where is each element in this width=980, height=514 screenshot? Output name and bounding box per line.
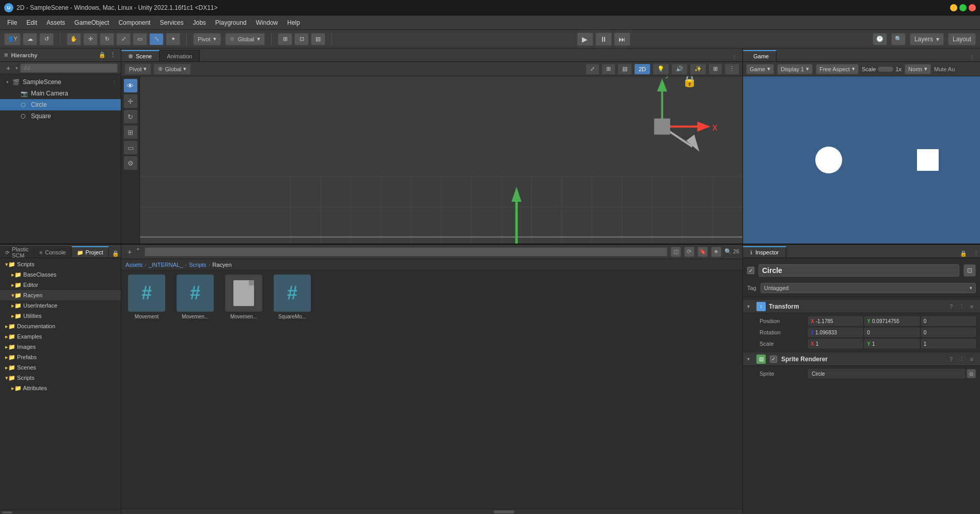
global-dropdown[interactable]: ⊕ Global ▾	[225, 33, 265, 45]
rect-tool[interactable]: ▭	[133, 33, 147, 45]
proj-refresh-btn[interactable]: ⟳	[684, 247, 694, 257]
rect-2d-btn[interactable]: ▭	[123, 140, 138, 155]
game-panel-menu[interactable]: ⋮	[968, 53, 976, 61]
position-x-field[interactable]: X -1.1785	[808, 316, 863, 326]
tab-game[interactable]: Game	[743, 50, 777, 61]
menu-jobs[interactable]: Jobs	[188, 18, 210, 28]
sprite-value-field[interactable]: Circle	[808, 369, 965, 378]
hierarchy-menu-btn[interactable]: ⋮	[108, 51, 117, 59]
file-tile-movement3[interactable]: Movemen...	[223, 275, 265, 319]
file-tile-movement[interactable]: # Movement	[125, 275, 168, 319]
menu-help[interactable]: Help	[283, 18, 304, 28]
breadcrumb-racyen[interactable]: Racyen	[212, 262, 231, 268]
effects-tool-btn[interactable]: ✨	[690, 63, 706, 75]
custom-tool[interactable]: ✦	[166, 33, 180, 45]
light-tool-btn[interactable]: 💡	[653, 63, 669, 75]
sprite-options-btn[interactable]: ⋮	[957, 355, 966, 363]
proj-reveal-btn[interactable]: ◫	[671, 247, 681, 257]
inspector-menu-btn[interactable]: ⋮	[972, 249, 980, 258]
rotation-y-field[interactable]: 0	[921, 328, 976, 337]
undo-btn[interactable]: ↺	[39, 33, 54, 45]
hierarchy-scene-item[interactable]: ▾ 🎬 SampleScene ⋮	[0, 76, 121, 88]
file-tile-squaremo[interactable]: # SquareMo...	[271, 275, 313, 319]
more-btn[interactable]: ⋮	[724, 63, 739, 75]
folder-scripts2[interactable]: ▾📁 Scripts	[0, 373, 121, 383]
align-tool[interactable]: ▤	[311, 33, 325, 45]
snap-tool[interactable]: ⊡	[294, 33, 309, 45]
folder-userinterface[interactable]: ▸📁 UserInterface	[0, 300, 121, 311]
breadcrumb-internal[interactable]: _INTERNAL_	[149, 262, 183, 268]
2d-tool-btn[interactable]: 2D	[634, 63, 651, 75]
bottom-lock-btn[interactable]: 🔒	[112, 249, 119, 258]
menu-assets[interactable]: Assets	[42, 18, 69, 28]
scene-menu-btn[interactable]: ⋮	[730, 53, 738, 61]
inspector-active-checkbox[interactable]: ✓	[747, 267, 754, 274]
rotate-2d-btn[interactable]: ↻	[123, 109, 138, 124]
sprite-renderer-header[interactable]: ▾ ▧ ✓ Sprite Renderer ? ⋮ ≡	[743, 352, 980, 366]
menu-gameobject[interactable]: GameObject	[70, 18, 113, 28]
transform-help-btn[interactable]: ?	[947, 302, 955, 311]
global-btn[interactable]: ⊕ Global ▾	[153, 63, 191, 75]
layout-dropdown[interactable]: Layout	[948, 33, 976, 45]
close-btn[interactable]	[969, 4, 976, 11]
scene-menu-btn[interactable]: ⋮	[112, 79, 117, 85]
layers-dropdown[interactable]: Layers ▾	[910, 33, 944, 45]
project-search-input[interactable]	[145, 247, 668, 256]
folder-editor[interactable]: ▸📁 Editor	[0, 280, 121, 290]
aspect-dropdown[interactable]: Free Aspect ▾	[816, 64, 859, 74]
folder-scenes[interactable]: ▸📁 Scenes	[0, 362, 121, 373]
breadcrumb-scripts[interactable]: Scripts	[189, 262, 207, 268]
position-z-field[interactable]: 0	[921, 316, 976, 326]
scale-2d-btn[interactable]: ⊞	[123, 125, 138, 139]
tab-scene[interactable]: Scene	[121, 50, 160, 61]
hierarchy-search-input[interactable]	[20, 63, 118, 73]
scale-tool[interactable]: ⤢	[116, 33, 131, 45]
hierarchy-add-btn[interactable]: +	[3, 63, 13, 73]
proj-add-btn[interactable]: +	[124, 247, 135, 257]
file-scroll-thumb[interactable]	[2, 511, 12, 513]
hand-tool[interactable]: ✋	[67, 33, 81, 45]
folder-documentation[interactable]: ▸📁 Documentation	[0, 321, 121, 331]
move-2d-btn[interactable]: ✛	[123, 94, 138, 108]
rotation-x-field[interactable]: 0	[864, 328, 919, 337]
menu-playground[interactable]: Playground	[211, 18, 251, 28]
audio-tool-btn[interactable]: 🔊	[671, 63, 688, 75]
scale-z-field[interactable]: 1	[921, 339, 976, 348]
norm-dropdown[interactable]: Norm ▾	[905, 64, 931, 74]
visible-tool-btn[interactable]: ▤	[618, 63, 632, 75]
move-tool[interactable]: ✛	[83, 33, 98, 45]
rotate-tool[interactable]: ↻	[100, 33, 114, 45]
settings-2d-btn[interactable]: ⚙	[123, 156, 138, 170]
folder-prefabs[interactable]: ▸📁 Prefabs	[0, 352, 121, 362]
hierarchy-circle-item[interactable]: ⬡ Circle	[0, 99, 121, 110]
folder-racyen[interactable]: ▾📁 Racyen	[0, 290, 121, 300]
breadcrumb-assets[interactable]: Assets	[125, 262, 143, 268]
menu-component[interactable]: Component	[114, 18, 154, 28]
folder-scripts[interactable]: ▾📁 Scripts	[0, 259, 121, 269]
menu-edit[interactable]: Edit	[22, 18, 41, 28]
folder-utilities[interactable]: ▸📁 Utilities	[0, 311, 121, 321]
transform-options-btn[interactable]: ⋮	[957, 302, 966, 311]
cloud-btn[interactable]: ☁	[23, 33, 37, 45]
grid-tool-btn[interactable]: ⊞	[708, 63, 722, 75]
grid-tool[interactable]: ⊞	[278, 33, 292, 45]
sprite-pick-btn[interactable]: ⊙	[967, 369, 976, 378]
file-tile-movement2[interactable]: # Movemen...	[174, 275, 216, 319]
folder-attributes[interactable]: ▸📁 Attributes	[0, 383, 121, 393]
eye-tool-btn[interactable]: 👁	[123, 78, 138, 93]
proj-bookmark-btn[interactable]: 🔖	[698, 247, 708, 257]
display-dropdown[interactable]: Display 1 ▾	[777, 64, 813, 74]
folder-baseclasses[interactable]: ▸📁 BaseClasses	[0, 269, 121, 280]
inspector-name-input[interactable]	[758, 264, 959, 277]
position-y-field[interactable]: Y 0.09714755	[864, 316, 919, 326]
rotation-z-field[interactable]: Z 1.096833	[808, 328, 863, 337]
pause-btn[interactable]: ⏸	[595, 33, 612, 46]
sprite-renderer-checkbox[interactable]: ✓	[770, 356, 777, 363]
game-dropdown[interactable]: Game ▾	[746, 64, 774, 74]
scale-x-field[interactable]: X 1	[808, 339, 863, 348]
scale-slider[interactable]	[878, 67, 893, 72]
account-btn[interactable]: 👤Y	[4, 33, 21, 45]
tab-animation[interactable]: Animation	[160, 50, 200, 61]
hierarchy-lock-btn[interactable]: 🔒	[98, 51, 106, 59]
transform-tool[interactable]: ⤡	[149, 33, 164, 45]
